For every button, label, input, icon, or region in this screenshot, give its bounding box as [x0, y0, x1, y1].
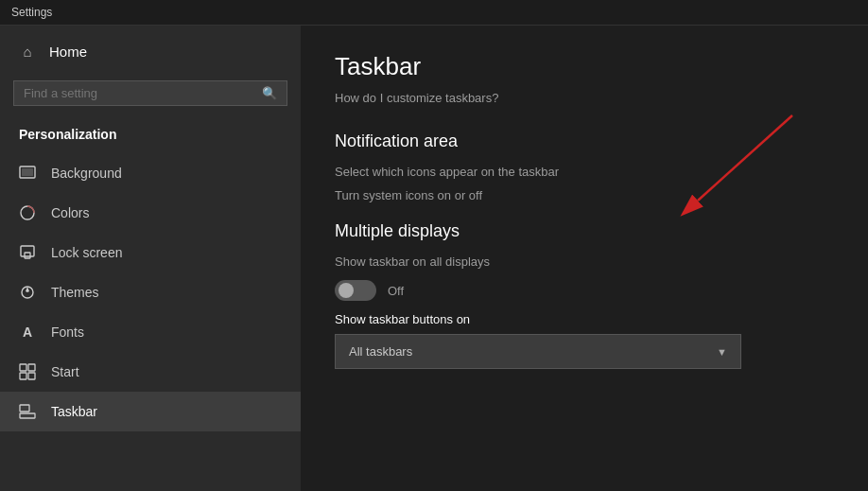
- search-input[interactable]: [24, 86, 256, 100]
- multiple-displays-heading: Multiple displays: [335, 221, 834, 241]
- app-title: Settings: [11, 6, 52, 19]
- sidebar-item-start[interactable]: Start: [0, 352, 301, 392]
- show-taskbar-row: Show taskbar on all displays: [335, 254, 834, 269]
- sidebar-item-label-fonts: Fonts: [51, 324, 84, 340]
- sidebar-item-background[interactable]: Background: [0, 153, 301, 193]
- colors-icon: [19, 204, 36, 221]
- notification-area-heading: Notification area: [335, 132, 834, 151]
- svg-rect-7: [28, 364, 35, 371]
- select-icons-link[interactable]: Select which icons appear on the taskbar: [335, 165, 834, 179]
- sidebar: ⌂ Home 🔍 Personalization Background Colo…: [0, 26, 301, 491]
- toggle-row: Off: [335, 280, 834, 301]
- dropdown-value: All taskbars: [349, 344, 412, 359]
- background-icon: [19, 165, 36, 182]
- lock-screen-icon: [19, 244, 36, 261]
- show-taskbar-toggle[interactable]: [335, 280, 376, 301]
- svg-rect-9: [28, 373, 35, 379]
- sidebar-home-label: Home: [49, 44, 87, 60]
- sidebar-item-label-lock-screen: Lock screen: [51, 245, 122, 260]
- sidebar-section-title: Personalization: [0, 119, 301, 153]
- sidebar-item-label-taskbar: Taskbar: [51, 404, 97, 419]
- svg-rect-11: [20, 405, 29, 412]
- show-buttons-label: Show taskbar buttons on: [335, 312, 834, 326]
- svg-rect-6: [20, 364, 26, 371]
- home-icon: ⌂: [19, 43, 36, 60]
- toggle-off-text: Off: [388, 284, 404, 298]
- toggle-knob: [339, 283, 354, 298]
- sidebar-item-lock-screen[interactable]: Lock screen: [0, 233, 301, 272]
- taskbar-icon: [19, 403, 36, 420]
- page-title: Taskbar: [335, 52, 834, 81]
- sidebar-item-themes[interactable]: Themes: [0, 272, 301, 312]
- search-icon: 🔍: [262, 86, 277, 100]
- fonts-icon: A: [19, 324, 36, 341]
- svg-rect-4: [25, 253, 30, 258]
- content-area: Taskbar How do I customize taskbars? Not…: [301, 26, 868, 491]
- svg-rect-1: [22, 168, 33, 176]
- chevron-down-icon: ▼: [717, 346, 727, 358]
- section-divider: Multiple displays Show taskbar on all di…: [335, 221, 834, 369]
- sidebar-item-fonts[interactable]: A Fonts: [0, 312, 301, 352]
- sidebar-item-label-background: Background: [51, 166, 122, 181]
- sidebar-item-label-colors: Colors: [51, 205, 89, 220]
- themes-icon: [19, 284, 36, 301]
- show-taskbar-label: Show taskbar on all displays: [335, 254, 490, 269]
- sidebar-home-item[interactable]: ⌂ Home: [0, 26, 301, 77]
- sidebar-item-label-themes: Themes: [51, 285, 99, 300]
- title-bar: Settings: [0, 0, 868, 26]
- svg-rect-8: [20, 373, 26, 379]
- show-buttons-section: Show taskbar buttons on All taskbars ▼: [335, 312, 834, 369]
- system-icons-link[interactable]: Turn system icons on or off: [335, 188, 834, 202]
- customize-link[interactable]: How do I customize taskbars?: [335, 91, 834, 105]
- start-icon: [19, 363, 36, 380]
- svg-rect-10: [20, 413, 35, 418]
- sidebar-item-colors[interactable]: Colors: [0, 193, 301, 233]
- taskbar-buttons-dropdown[interactable]: All taskbars ▼: [335, 334, 741, 369]
- sidebar-item-label-start: Start: [51, 364, 79, 379]
- main-layout: ⌂ Home 🔍 Personalization Background Colo…: [0, 26, 868, 491]
- sidebar-item-taskbar[interactable]: Taskbar: [0, 392, 301, 431]
- svg-rect-3: [21, 246, 34, 256]
- search-box[interactable]: 🔍: [13, 80, 287, 106]
